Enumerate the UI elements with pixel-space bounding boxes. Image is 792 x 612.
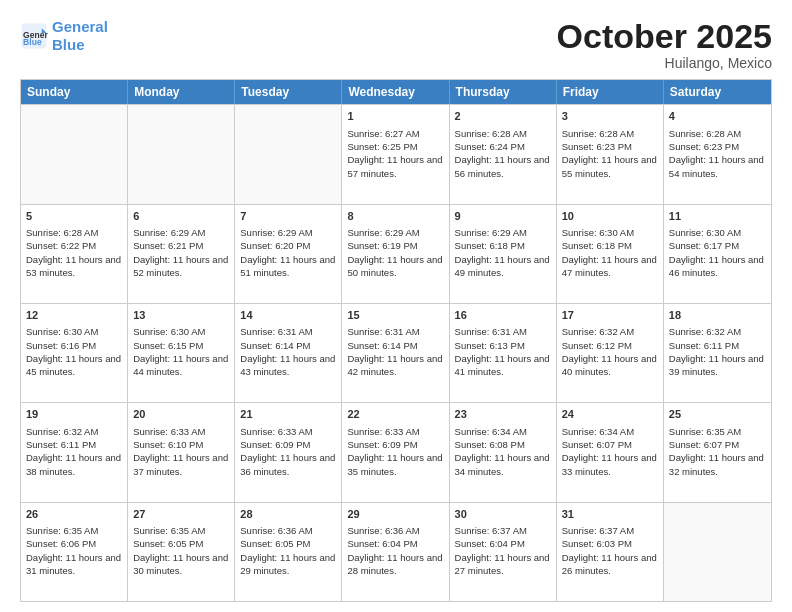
day-number: 17 bbox=[562, 308, 658, 323]
day-number: 28 bbox=[240, 507, 336, 522]
day-cell-23: 23Sunrise: 6:34 AMSunset: 6:08 PMDayligh… bbox=[450, 403, 557, 501]
day-info: Sunrise: 6:29 AMSunset: 6:19 PMDaylight:… bbox=[347, 227, 442, 278]
day-number: 13 bbox=[133, 308, 229, 323]
day-info: Sunrise: 6:34 AMSunset: 6:08 PMDaylight:… bbox=[455, 426, 550, 477]
day-number: 22 bbox=[347, 407, 443, 422]
day-cell-29: 29Sunrise: 6:36 AMSunset: 6:04 PMDayligh… bbox=[342, 503, 449, 601]
day-number: 15 bbox=[347, 308, 443, 323]
day-info: Sunrise: 6:35 AMSunset: 6:05 PMDaylight:… bbox=[133, 525, 228, 576]
day-number: 20 bbox=[133, 407, 229, 422]
day-header-wednesday: Wednesday bbox=[342, 80, 449, 104]
day-number: 24 bbox=[562, 407, 658, 422]
day-number: 19 bbox=[26, 407, 122, 422]
day-cell-11: 11Sunrise: 6:30 AMSunset: 6:17 PMDayligh… bbox=[664, 205, 771, 303]
day-header-tuesday: Tuesday bbox=[235, 80, 342, 104]
empty-cell-0-2 bbox=[235, 105, 342, 203]
header: General Blue GeneralBlue October 2025 Hu… bbox=[20, 18, 772, 71]
day-info: Sunrise: 6:36 AMSunset: 6:05 PMDaylight:… bbox=[240, 525, 335, 576]
day-number: 1 bbox=[347, 109, 443, 124]
day-number: 14 bbox=[240, 308, 336, 323]
day-info: Sunrise: 6:27 AMSunset: 6:25 PMDaylight:… bbox=[347, 128, 442, 179]
day-cell-24: 24Sunrise: 6:34 AMSunset: 6:07 PMDayligh… bbox=[557, 403, 664, 501]
day-cell-18: 18Sunrise: 6:32 AMSunset: 6:11 PMDayligh… bbox=[664, 304, 771, 402]
calendar-row-3: 12Sunrise: 6:30 AMSunset: 6:16 PMDayligh… bbox=[21, 303, 771, 402]
day-number: 4 bbox=[669, 109, 766, 124]
day-number: 18 bbox=[669, 308, 766, 323]
day-cell-15: 15Sunrise: 6:31 AMSunset: 6:14 PMDayligh… bbox=[342, 304, 449, 402]
day-cell-7: 7Sunrise: 6:29 AMSunset: 6:20 PMDaylight… bbox=[235, 205, 342, 303]
day-number: 9 bbox=[455, 209, 551, 224]
day-number: 29 bbox=[347, 507, 443, 522]
day-info: Sunrise: 6:31 AMSunset: 6:14 PMDaylight:… bbox=[347, 326, 442, 377]
day-number: 7 bbox=[240, 209, 336, 224]
day-info: Sunrise: 6:37 AMSunset: 6:04 PMDaylight:… bbox=[455, 525, 550, 576]
day-info: Sunrise: 6:36 AMSunset: 6:04 PMDaylight:… bbox=[347, 525, 442, 576]
day-info: Sunrise: 6:33 AMSunset: 6:10 PMDaylight:… bbox=[133, 426, 228, 477]
day-cell-25: 25Sunrise: 6:35 AMSunset: 6:07 PMDayligh… bbox=[664, 403, 771, 501]
day-cell-22: 22Sunrise: 6:33 AMSunset: 6:09 PMDayligh… bbox=[342, 403, 449, 501]
day-number: 31 bbox=[562, 507, 658, 522]
day-number: 16 bbox=[455, 308, 551, 323]
day-number: 30 bbox=[455, 507, 551, 522]
location: Huilango, Mexico bbox=[557, 55, 772, 71]
day-header-thursday: Thursday bbox=[450, 80, 557, 104]
day-number: 23 bbox=[455, 407, 551, 422]
calendar: SundayMondayTuesdayWednesdayThursdayFrid… bbox=[20, 79, 772, 602]
day-cell-27: 27Sunrise: 6:35 AMSunset: 6:05 PMDayligh… bbox=[128, 503, 235, 601]
day-cell-1: 1Sunrise: 6:27 AMSunset: 6:25 PMDaylight… bbox=[342, 105, 449, 203]
day-info: Sunrise: 6:28 AMSunset: 6:22 PMDaylight:… bbox=[26, 227, 121, 278]
day-info: Sunrise: 6:34 AMSunset: 6:07 PMDaylight:… bbox=[562, 426, 657, 477]
day-info: Sunrise: 6:28 AMSunset: 6:23 PMDaylight:… bbox=[562, 128, 657, 179]
title-block: October 2025 Huilango, Mexico bbox=[557, 18, 772, 71]
day-cell-14: 14Sunrise: 6:31 AMSunset: 6:14 PMDayligh… bbox=[235, 304, 342, 402]
day-info: Sunrise: 6:35 AMSunset: 6:07 PMDaylight:… bbox=[669, 426, 764, 477]
calendar-header: SundayMondayTuesdayWednesdayThursdayFrid… bbox=[21, 80, 771, 104]
day-header-saturday: Saturday bbox=[664, 80, 771, 104]
day-info: Sunrise: 6:30 AMSunset: 6:16 PMDaylight:… bbox=[26, 326, 121, 377]
day-info: Sunrise: 6:33 AMSunset: 6:09 PMDaylight:… bbox=[240, 426, 335, 477]
day-cell-4: 4Sunrise: 6:28 AMSunset: 6:23 PMDaylight… bbox=[664, 105, 771, 203]
day-cell-8: 8Sunrise: 6:29 AMSunset: 6:19 PMDaylight… bbox=[342, 205, 449, 303]
page: General Blue GeneralBlue October 2025 Hu… bbox=[0, 0, 792, 612]
day-cell-13: 13Sunrise: 6:30 AMSunset: 6:15 PMDayligh… bbox=[128, 304, 235, 402]
day-number: 12 bbox=[26, 308, 122, 323]
logo-icon: General Blue bbox=[20, 22, 48, 50]
day-cell-5: 5Sunrise: 6:28 AMSunset: 6:22 PMDaylight… bbox=[21, 205, 128, 303]
svg-text:Blue: Blue bbox=[23, 37, 42, 47]
day-cell-26: 26Sunrise: 6:35 AMSunset: 6:06 PMDayligh… bbox=[21, 503, 128, 601]
day-cell-9: 9Sunrise: 6:29 AMSunset: 6:18 PMDaylight… bbox=[450, 205, 557, 303]
empty-cell-0-0 bbox=[21, 105, 128, 203]
empty-cell-4-6 bbox=[664, 503, 771, 601]
day-number: 6 bbox=[133, 209, 229, 224]
day-info: Sunrise: 6:31 AMSunset: 6:13 PMDaylight:… bbox=[455, 326, 550, 377]
day-info: Sunrise: 6:35 AMSunset: 6:06 PMDaylight:… bbox=[26, 525, 121, 576]
day-info: Sunrise: 6:28 AMSunset: 6:23 PMDaylight:… bbox=[669, 128, 764, 179]
day-cell-12: 12Sunrise: 6:30 AMSunset: 6:16 PMDayligh… bbox=[21, 304, 128, 402]
day-header-sunday: Sunday bbox=[21, 80, 128, 104]
day-info: Sunrise: 6:30 AMSunset: 6:15 PMDaylight:… bbox=[133, 326, 228, 377]
day-cell-19: 19Sunrise: 6:32 AMSunset: 6:11 PMDayligh… bbox=[21, 403, 128, 501]
day-cell-3: 3Sunrise: 6:28 AMSunset: 6:23 PMDaylight… bbox=[557, 105, 664, 203]
day-cell-10: 10Sunrise: 6:30 AMSunset: 6:18 PMDayligh… bbox=[557, 205, 664, 303]
calendar-row-1: 1Sunrise: 6:27 AMSunset: 6:25 PMDaylight… bbox=[21, 104, 771, 203]
month-title: October 2025 bbox=[557, 18, 772, 55]
day-cell-2: 2Sunrise: 6:28 AMSunset: 6:24 PMDaylight… bbox=[450, 105, 557, 203]
day-number: 8 bbox=[347, 209, 443, 224]
day-number: 2 bbox=[455, 109, 551, 124]
day-info: Sunrise: 6:30 AMSunset: 6:17 PMDaylight:… bbox=[669, 227, 764, 278]
day-info: Sunrise: 6:28 AMSunset: 6:24 PMDaylight:… bbox=[455, 128, 550, 179]
day-cell-6: 6Sunrise: 6:29 AMSunset: 6:21 PMDaylight… bbox=[128, 205, 235, 303]
day-number: 21 bbox=[240, 407, 336, 422]
day-cell-20: 20Sunrise: 6:33 AMSunset: 6:10 PMDayligh… bbox=[128, 403, 235, 501]
empty-cell-0-1 bbox=[128, 105, 235, 203]
day-cell-17: 17Sunrise: 6:32 AMSunset: 6:12 PMDayligh… bbox=[557, 304, 664, 402]
day-header-friday: Friday bbox=[557, 80, 664, 104]
day-cell-28: 28Sunrise: 6:36 AMSunset: 6:05 PMDayligh… bbox=[235, 503, 342, 601]
day-info: Sunrise: 6:32 AMSunset: 6:12 PMDaylight:… bbox=[562, 326, 657, 377]
calendar-row-4: 19Sunrise: 6:32 AMSunset: 6:11 PMDayligh… bbox=[21, 402, 771, 501]
day-number: 11 bbox=[669, 209, 766, 224]
day-number: 25 bbox=[669, 407, 766, 422]
day-number: 5 bbox=[26, 209, 122, 224]
day-cell-30: 30Sunrise: 6:37 AMSunset: 6:04 PMDayligh… bbox=[450, 503, 557, 601]
day-cell-16: 16Sunrise: 6:31 AMSunset: 6:13 PMDayligh… bbox=[450, 304, 557, 402]
